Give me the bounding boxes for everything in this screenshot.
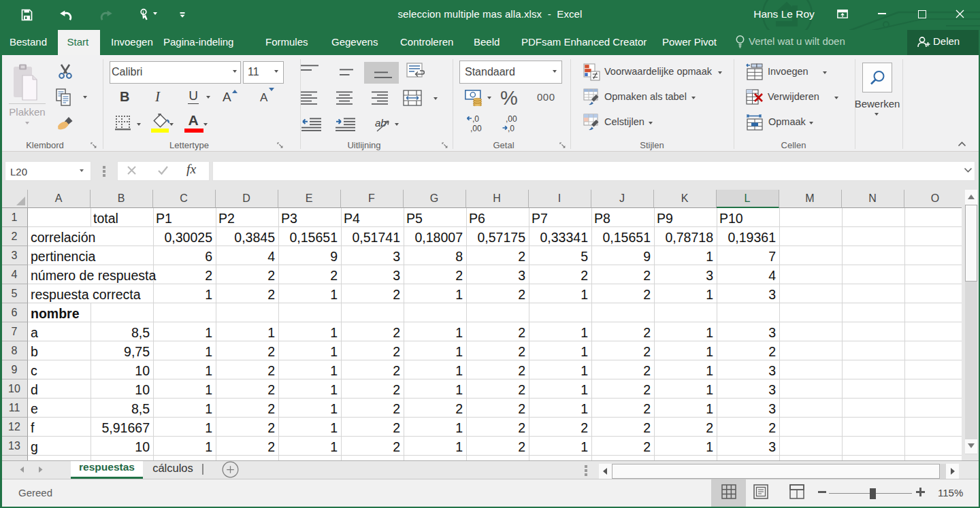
svg-text:,0: ,0 (472, 114, 479, 124)
svg-text:,00: ,00 (470, 124, 482, 133)
svg-text:ab: ab (375, 117, 387, 129)
svg-text:,00: ,00 (506, 114, 517, 124)
svg-text:,0: ,0 (508, 124, 514, 133)
